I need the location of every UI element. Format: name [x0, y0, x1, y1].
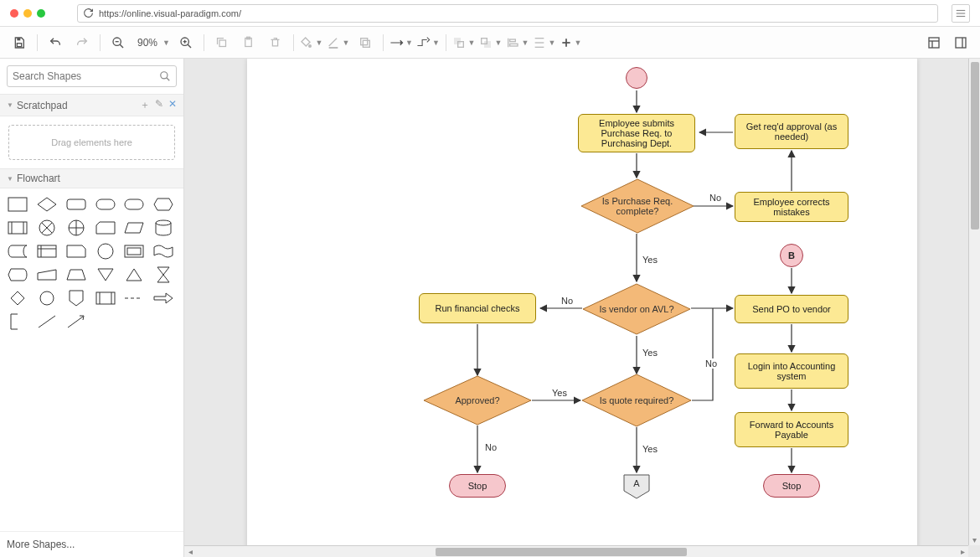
scratchpad-add-icon[interactable]: ＋ [140, 98, 150, 112]
node-send-po[interactable]: Send PO to vendor [735, 295, 848, 323]
delete-button[interactable] [263, 30, 288, 55]
vscroll-thumb[interactable] [971, 62, 979, 230]
connection-button[interactable]: ▼ [389, 30, 414, 55]
waypoint-button[interactable]: ▼ [415, 30, 441, 55]
shape-internal-storage[interactable] [36, 242, 58, 260]
shape-manual-input[interactable] [36, 266, 58, 284]
node-connector-a[interactable]: A [623, 474, 650, 499]
scroll-left-icon[interactable]: ◂ [184, 546, 196, 558]
shape-offpage[interactable] [65, 289, 87, 307]
shape-line[interactable] [36, 312, 58, 331]
shape-hourglass[interactable] [152, 266, 174, 284]
shape-arrow[interactable] [152, 289, 174, 307]
shape-delay[interactable] [95, 289, 116, 307]
zoom-out-button[interactable] [106, 30, 131, 55]
shape-circle-plus[interactable] [65, 219, 87, 237]
svg-rect-41 [96, 199, 115, 209]
shadow-button[interactable] [353, 30, 378, 55]
redo-button[interactable] [70, 30, 95, 55]
reload-icon[interactable] [83, 8, 94, 18]
shape-triangle-down[interactable] [95, 266, 116, 284]
line-color-button[interactable]: ▼ [326, 30, 351, 55]
hscroll-thumb[interactable] [436, 548, 687, 556]
edge-label-yes: Yes [550, 388, 569, 398]
shape-circle-x[interactable] [36, 219, 58, 237]
layout-right-button[interactable] [948, 30, 973, 55]
scratchpad-dropzone[interactable]: Drag elements here [8, 125, 175, 160]
more-shapes-link[interactable]: More Shapes... [0, 531, 183, 557]
shape-rounded-rect[interactable] [65, 195, 87, 214]
search-input[interactable] [13, 70, 159, 82]
scratchpad-edit-icon[interactable]: ✎ [155, 98, 163, 112]
shape-terminator[interactable] [95, 195, 116, 214]
node-approved[interactable]: Approved? [423, 375, 532, 425]
scratchpad-close-icon[interactable]: ✕ [168, 98, 177, 112]
shape-circle2[interactable] [95, 242, 116, 260]
node-get-approval[interactable]: Get req'd approval (as needed) [735, 114, 848, 149]
scratchpad-panel-header[interactable]: ▼ Scratchpad ＋ ✎ ✕ [0, 94, 183, 116]
fill-color-button[interactable]: ▼ [299, 30, 324, 55]
shape-parallelogram[interactable] [123, 219, 145, 237]
shape-capsule[interactable] [123, 195, 145, 214]
maximize-window[interactable] [37, 9, 45, 18]
edge-label-yes: Yes [641, 255, 659, 265]
url-bar[interactable] [77, 4, 938, 23]
shape-dashes[interactable] [123, 289, 145, 307]
node-stop-2[interactable]: Stop [763, 474, 820, 498]
node-is-req-complete[interactable]: Is Purchase Req. complete? [580, 178, 694, 234]
close-window[interactable] [10, 9, 18, 18]
shape-connector-circle[interactable] [36, 289, 58, 307]
horizontal-scrollbar[interactable]: ◂ ▸ [184, 545, 968, 557]
zoom-level[interactable]: 90% ▼ [132, 30, 172, 55]
hamburger-menu[interactable] [952, 4, 970, 23]
scroll-down-icon[interactable]: ▾ [969, 534, 981, 545]
node-employee-corrects[interactable]: Employee corrects mistakes [735, 192, 848, 222]
node-login-accounting[interactable]: Login into Accounting system [735, 353, 848, 389]
node-is-vendor-avl[interactable]: Is vendor on AVL? [582, 283, 691, 335]
paste-button[interactable] [236, 30, 261, 55]
shape-tape-rect[interactable] [65, 242, 87, 260]
to-back-button[interactable]: ▼ [478, 30, 503, 55]
to-front-button[interactable]: ▼ [451, 30, 477, 55]
diagram-paper[interactable]: Employee submits Purchase Req. to Purcha… [247, 59, 917, 557]
vertical-scrollbar[interactable]: ▴ ▾ [968, 59, 980, 545]
shape-rectangle[interactable] [7, 195, 28, 214]
flowchart-shapes [0, 188, 183, 338]
layout-left-button[interactable] [921, 30, 946, 55]
copy-button[interactable] [209, 30, 235, 55]
node-quote-required[interactable]: Is quote required? [581, 374, 692, 427]
undo-button[interactable] [43, 30, 68, 55]
add-button[interactable]: ▼ [559, 30, 584, 55]
shape-predef[interactable] [7, 219, 28, 237]
shape-annotation[interactable] [7, 312, 28, 331]
shape-stored-data[interactable] [7, 242, 28, 260]
node-connector-b[interactable]: B [780, 244, 803, 267]
node-run-financial-checks[interactable]: Run financial checks [419, 293, 536, 323]
shape-hexagon[interactable] [152, 195, 174, 214]
url-input[interactable] [99, 8, 932, 18]
scroll-right-icon[interactable]: ▸ [957, 546, 968, 558]
shape-double-rect[interactable] [123, 242, 145, 260]
canvas[interactable]: Employee submits Purchase Req. to Purcha… [184, 59, 980, 557]
shape-triangle-up[interactable] [123, 266, 145, 284]
zoom-in-button[interactable] [173, 30, 199, 55]
minimize-window[interactable] [23, 9, 32, 18]
shape-small-diamond[interactable] [7, 289, 28, 307]
flowchart-panel-header[interactable]: ▼ Flowchart [0, 168, 183, 188]
shape-arrow-line[interactable] [65, 312, 87, 331]
save-button[interactable] [7, 30, 32, 55]
distribute-button[interactable]: ▼ [532, 30, 557, 55]
shape-trapezoid[interactable] [65, 266, 87, 284]
node-start[interactable] [626, 67, 647, 89]
align-button[interactable]: ▼ [505, 30, 530, 55]
shape-diamond[interactable] [36, 195, 58, 214]
shape-display[interactable] [7, 266, 28, 284]
search-shapes[interactable] [7, 65, 177, 87]
node-forward-ap[interactable]: Forward to Accounts Payable [735, 412, 848, 447]
shape-card[interactable] [95, 219, 116, 237]
svg-rect-3 [17, 43, 21, 46]
shape-cylinder[interactable] [152, 219, 174, 237]
node-employee-submits[interactable]: Employee submits Purchase Req. to Purcha… [578, 114, 695, 152]
node-stop-1[interactable]: Stop [449, 474, 506, 498]
shape-tape[interactable] [152, 242, 174, 260]
